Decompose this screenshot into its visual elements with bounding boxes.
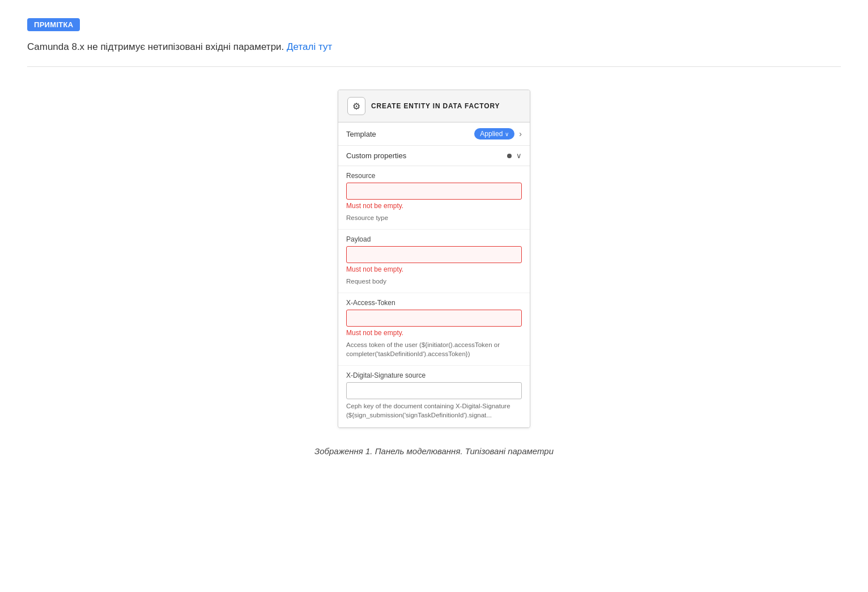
x-access-token-hint: Access token of the user (${initiator().… <box>346 340 522 358</box>
chevron-down-icon: ∨ <box>505 131 509 137</box>
payload-field-group: Payload Must not be empty. Request body <box>338 230 530 293</box>
x-access-token-input[interactable] <box>346 310 522 327</box>
payload-label: Payload <box>346 235 522 243</box>
x-digital-sig-hint: Ceph key of the document containing X-Di… <box>346 401 522 420</box>
details-link[interactable]: Деталі тут <box>287 41 332 52</box>
note-text: Camunda 8.x не підтримує нетипізовані вх… <box>27 41 841 67</box>
resource-label: Resource <box>346 172 522 180</box>
resource-input[interactable] <box>346 183 522 200</box>
template-arrow-icon[interactable]: › <box>519 129 522 138</box>
x-digital-sig-input[interactable] <box>346 382 522 399</box>
template-label: Template <box>346 130 470 138</box>
custom-properties-row: Custom properties ∨ <box>338 146 530 166</box>
x-digital-sig-label: X-Digital-Signature source <box>346 371 522 379</box>
panel-header: ⚙ CREATE ENTITY IN DATA FACTORY <box>338 90 530 122</box>
payload-error: Must not be empty. <box>346 265 522 273</box>
custom-props-label: Custom properties <box>346 151 503 160</box>
resource-hint: Resource type <box>346 213 522 222</box>
template-row: Template Applied ∨ › <box>338 122 530 146</box>
x-digital-sig-field-group: X-Digital-Signature source Ceph key of t… <box>338 366 530 427</box>
payload-hint: Request body <box>346 277 522 286</box>
panel-wrapper: ⚙ CREATE ENTITY IN DATA FACTORY Template… <box>338 90 530 428</box>
properties-panel: ⚙ CREATE ENTITY IN DATA FACTORY Template… <box>338 90 530 428</box>
panel-title: CREATE ENTITY IN DATA FACTORY <box>371 102 500 110</box>
gear-icon: ⚙ <box>347 97 365 115</box>
dot-indicator <box>507 154 512 158</box>
payload-input[interactable] <box>346 246 522 263</box>
x-access-token-label: X-Access-Token <box>346 299 522 307</box>
resource-error: Must not be empty. <box>346 202 522 210</box>
collapse-icon[interactable]: ∨ <box>516 151 522 160</box>
note-badge: ПРИМІТКА <box>27 18 80 31</box>
figure-caption: Зображення 1. Панель моделювання. Типізо… <box>27 446 841 456</box>
resource-field-group: Resource Must not be empty. Resource typ… <box>338 166 530 230</box>
panel-container: ⚙ CREATE ENTITY IN DATA FACTORY Template… <box>27 90 841 428</box>
panel-body: Template Applied ∨ › Custom properties ∨… <box>338 122 530 428</box>
x-access-token-error: Must not be empty. <box>346 329 522 337</box>
x-access-token-field-group: X-Access-Token Must not be empty. Access… <box>338 293 530 366</box>
applied-badge[interactable]: Applied ∨ <box>474 128 514 139</box>
